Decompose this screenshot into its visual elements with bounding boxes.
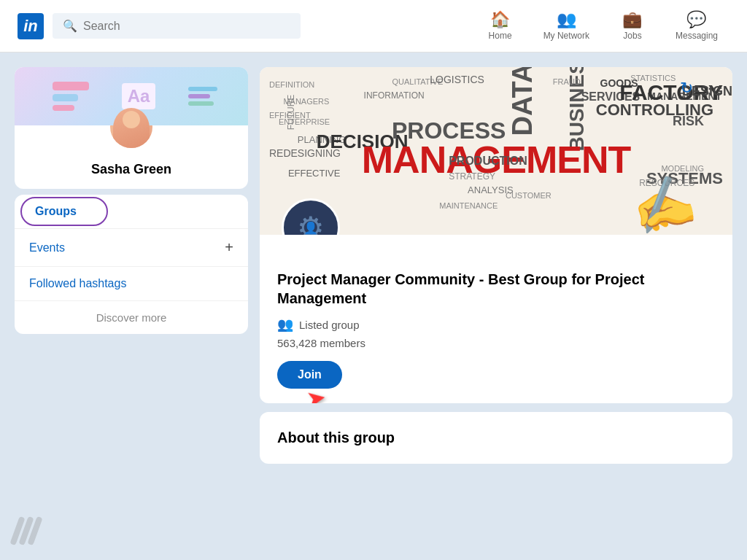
search-bar[interactable]: 🔍: [53, 13, 301, 39]
wc-risk: RISK: [673, 114, 704, 129]
bottom-logo: [15, 516, 38, 545]
linkedin-logo: in: [18, 13, 44, 39]
right-content: DEFINITION MANAGERS EFFICIENT FUTURE ENT…: [260, 67, 732, 560]
mynetwork-icon: 👥: [557, 12, 576, 28]
banner-lines: [188, 87, 217, 106]
about-card: About this group: [260, 412, 732, 464]
groups-label: Groups: [29, 205, 77, 218]
banner-decoration-pink-2: [53, 105, 74, 111]
group-title: Project Manager Community - Best Group f…: [277, 270, 715, 308]
wc-maintenance: MAINTENANCE: [439, 201, 498, 210]
group-meta: 👥 Listed group: [277, 316, 715, 332]
events-label: Events: [29, 241, 65, 254]
refresh-button[interactable]: ↻: [677, 76, 696, 101]
wc-definition: DEFINITION: [269, 80, 314, 89]
profile-card: Aa Sasha Green: [15, 67, 248, 189]
search-icon: 🔍: [63, 19, 77, 33]
nav-item-home[interactable]: 🏠 Home: [475, 6, 526, 47]
nav-label-home: Home: [489, 31, 512, 41]
wc-effective: EFFECTIVE: [288, 168, 341, 179]
wc-fraud: FRAUD: [553, 77, 581, 86]
profile-name: Sasha Green: [15, 156, 248, 189]
banner-line-1: [188, 87, 217, 91]
wc-logistics: LOGISTICS: [430, 74, 484, 85]
nav-item-messaging[interactable]: 💬 Messaging: [664, 6, 729, 47]
plus-icon-events: +: [225, 239, 233, 256]
person-gear-icon: 👤: [303, 221, 318, 235]
wc-customer: CUSTOMER: [506, 191, 551, 200]
nav-label-mynetwork: My Network: [543, 31, 589, 41]
banner-decoration-blue: [53, 94, 78, 101]
group-banner: DEFINITION MANAGERS EFFICIENT FUTURE ENT…: [260, 67, 732, 235]
wc-data: DATA: [507, 67, 538, 136]
avatar-head: [123, 111, 140, 128]
home-icon: 🏠: [490, 12, 510, 28]
nav-right: 🏠 Home 👥 My Network 💼 Jobs 💬 Messaging: [475, 6, 729, 47]
hashtags-label: Followed hashtags: [29, 277, 126, 290]
nav-item-mynetwork[interactable]: 👥 My Network: [532, 6, 601, 47]
avatar-figure: [113, 108, 150, 148]
sidebar: Aa Sasha Green: [15, 67, 248, 560]
search-input[interactable]: [83, 20, 290, 33]
group-type: Listed group: [299, 319, 360, 331]
nav-label-messaging: Messaging: [676, 31, 718, 41]
slash-marks: [15, 516, 38, 545]
group-info: Project Manager Community - Best Group f…: [260, 235, 732, 403]
sidebar-item-discover[interactable]: Discover more: [15, 301, 248, 334]
about-title: About this group: [277, 429, 715, 446]
navbar: in 🔍 🏠 Home 👥 My Network 💼 Jobs 💬 Messag…: [0, 0, 747, 52]
banner-line-3: [188, 101, 214, 106]
group-card: DEFINITION MANAGERS EFFICIENT FUTURE ENT…: [260, 67, 732, 403]
group-members: 563,428 members: [277, 337, 715, 349]
wc-enterprise: ENTERPRISE: [279, 117, 330, 126]
nav-label-jobs: Jobs: [623, 31, 641, 41]
banner-decoration-pink-1: [53, 82, 89, 90]
banner-line-2: [188, 94, 210, 98]
banner-aa-text: Aa: [122, 83, 156, 109]
wc-strategy: STRATEGY: [449, 171, 495, 182]
sidebar-item-groups[interactable]: Groups: [15, 195, 248, 229]
more-options-button[interactable]: ···: [705, 76, 724, 101]
nav-item-jobs[interactable]: 💼 Jobs: [607, 6, 658, 47]
discover-label: Discover more: [96, 311, 167, 324]
messaging-icon: 💬: [686, 12, 706, 28]
main-content: Aa Sasha Green: [0, 52, 747, 560]
wc-production: PRODUCTION: [449, 155, 527, 168]
group-actions: ↻ ···: [677, 76, 724, 101]
wc-information: INFORMATION: [364, 90, 425, 101]
jobs-icon: 💼: [622, 12, 642, 28]
sidebar-item-events[interactable]: Events +: [15, 229, 248, 267]
nav-left: in 🔍: [18, 13, 475, 39]
join-wrap: Join ➤: [277, 361, 342, 389]
sidebar-nav: Groups Events + Followed hashtags Discov…: [15, 195, 248, 334]
sidebar-item-hashtags[interactable]: Followed hashtags: [15, 267, 248, 301]
group-type-icon: 👥: [277, 316, 293, 332]
